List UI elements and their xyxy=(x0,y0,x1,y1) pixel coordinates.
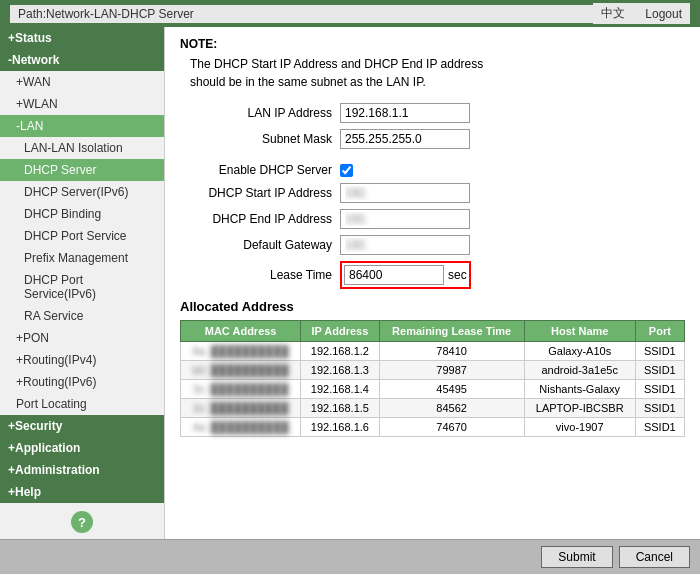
cancel-button[interactable]: Cancel xyxy=(619,546,690,568)
cell-lease: 45495 xyxy=(379,380,524,399)
lease-time-label: Lease Time xyxy=(180,268,340,282)
allocated-title: Allocated Address xyxy=(180,299,685,314)
sidebar-item-dhcp-port-service[interactable]: DHCP Port Service xyxy=(0,225,164,247)
table-row: 8a: ██████████192.168.1.278410Galaxy-A10… xyxy=(181,342,685,361)
lease-time-unit: sec xyxy=(448,268,467,282)
sidebar-item-administration[interactable]: +Administration xyxy=(0,459,164,481)
lan-ip-label: LAN IP Address xyxy=(180,106,340,120)
sidebar: +Status -Network +WAN +WLAN -LAN LAN-LAN… xyxy=(0,27,165,539)
cell-lease: 84562 xyxy=(379,399,524,418)
sidebar-footer: ? xyxy=(0,503,164,539)
allocated-table: MAC Address IP Address Remaining Lease T… xyxy=(180,320,685,437)
sidebar-item-pon[interactable]: +PON xyxy=(0,327,164,349)
table-row: b0: ██████████192.168.1.379987android-3a… xyxy=(181,361,685,380)
sidebar-item-prefix-management[interactable]: Prefix Management xyxy=(0,247,164,269)
cell-ip: 192.168.1.3 xyxy=(301,361,379,380)
lan-ip-row: LAN IP Address xyxy=(180,103,685,123)
cell-port: SSID1 xyxy=(635,361,684,380)
col-ip: IP Address xyxy=(301,321,379,342)
col-host: Host Name xyxy=(524,321,635,342)
lease-time-highlight: sec xyxy=(340,261,471,289)
enable-dhcp-row: Enable DHCP Server xyxy=(180,163,685,177)
cell-mac: 8a: ██████████ xyxy=(181,342,301,361)
subnet-mask-row: Subnet Mask xyxy=(180,129,685,149)
sidebar-item-help[interactable]: +Help xyxy=(0,481,164,503)
sidebar-item-wlan[interactable]: +WLAN xyxy=(0,93,164,115)
sidebar-item-dhcp-binding[interactable]: DHCP Binding xyxy=(0,203,164,225)
dhcp-end-label: DHCP End IP Address xyxy=(180,212,340,226)
sidebar-item-security[interactable]: +Security xyxy=(0,415,164,437)
form-section: LAN IP Address Subnet Mask Enable DHCP S… xyxy=(180,103,685,289)
cell-host: Nishants-Galaxy xyxy=(524,380,635,399)
default-gateway-row: Default Gateway xyxy=(180,235,685,255)
col-port: Port xyxy=(635,321,684,342)
language-switch[interactable]: 中文 xyxy=(601,5,625,22)
cell-port: SSID1 xyxy=(635,399,684,418)
allocated-section: Allocated Address MAC Address IP Address… xyxy=(180,299,685,437)
cell-ip: 192.168.1.2 xyxy=(301,342,379,361)
sidebar-item-network[interactable]: -Network xyxy=(0,49,164,71)
submit-button[interactable]: Submit xyxy=(541,546,612,568)
cell-lease: 78410 xyxy=(379,342,524,361)
enable-dhcp-label: Enable DHCP Server xyxy=(180,163,340,177)
sidebar-item-status[interactable]: +Status xyxy=(0,27,164,49)
sidebar-item-application[interactable]: +Application xyxy=(0,437,164,459)
sidebar-item-dhcp-server-ipv6[interactable]: DHCP Server(IPv6) xyxy=(0,181,164,203)
sidebar-item-dhcp-server[interactable]: DHCP Server xyxy=(0,159,164,181)
enable-dhcp-checkbox[interactable] xyxy=(340,164,353,177)
cell-host: Galaxy-A10s xyxy=(524,342,635,361)
note-line1: The DHCP Start IP Address and DHCP End I… xyxy=(190,55,685,91)
bottom-bar: Submit Cancel xyxy=(0,539,700,574)
cell-ip: 192.168.1.5 xyxy=(301,399,379,418)
sidebar-item-lan-isolation[interactable]: LAN-LAN Isolation xyxy=(0,137,164,159)
note-box: NOTE: The DHCP Start IP Address and DHCP… xyxy=(180,37,685,91)
subnet-mask-label: Subnet Mask xyxy=(180,132,340,146)
logout-link[interactable]: Logout xyxy=(645,7,682,21)
col-mac: MAC Address xyxy=(181,321,301,342)
dhcp-end-input[interactable] xyxy=(340,209,470,229)
subnet-mask-input[interactable] xyxy=(340,129,470,149)
cell-host: LAPTOP-IBCSBR xyxy=(524,399,635,418)
col-lease: Remaining Lease Time xyxy=(379,321,524,342)
app-container: Path:Network-LAN-DHCP Server 中文 Logout +… xyxy=(0,0,700,574)
default-gateway-label: Default Gateway xyxy=(180,238,340,252)
cell-host: android-3a1e5c xyxy=(524,361,635,380)
sidebar-item-lan[interactable]: -LAN xyxy=(0,115,164,137)
cell-mac: b0: ██████████ xyxy=(181,361,301,380)
lan-ip-input[interactable] xyxy=(340,103,470,123)
cell-mac: 3c: ██████████ xyxy=(181,399,301,418)
table-row: 3c: ██████████192.168.1.584562LAPTOP-IBC… xyxy=(181,399,685,418)
help-button[interactable]: ? xyxy=(71,511,93,533)
note-title: NOTE: xyxy=(180,37,685,51)
top-bar-right: 中文 Logout xyxy=(593,3,690,24)
sidebar-item-routing-ipv4[interactable]: +Routing(IPv4) xyxy=(0,349,164,371)
cell-port: SSID1 xyxy=(635,342,684,361)
sidebar-item-wan[interactable]: +WAN xyxy=(0,71,164,93)
main-layout: +Status -Network +WAN +WLAN -LAN LAN-LAN… xyxy=(0,27,700,539)
table-row: 3c: ██████████192.168.1.445495Nishants-G… xyxy=(181,380,685,399)
lease-time-input[interactable] xyxy=(344,265,444,285)
lease-time-row: Lease Time sec xyxy=(180,261,685,289)
sidebar-item-ra-service[interactable]: RA Service xyxy=(0,305,164,327)
cell-lease: 79987 xyxy=(379,361,524,380)
table-row: 4a: ██████████192.168.1.674670vivo-1907S… xyxy=(181,418,685,437)
cell-mac: 4a: ██████████ xyxy=(181,418,301,437)
table-header-row: MAC Address IP Address Remaining Lease T… xyxy=(181,321,685,342)
cell-lease: 74670 xyxy=(379,418,524,437)
dhcp-end-row: DHCP End IP Address xyxy=(180,209,685,229)
cell-port: SSID1 xyxy=(635,380,684,399)
dhcp-start-row: DHCP Start IP Address xyxy=(180,183,685,203)
cell-ip: 192.168.1.4 xyxy=(301,380,379,399)
top-bar: Path:Network-LAN-DHCP Server 中文 Logout xyxy=(0,0,700,27)
cell-mac: 3c: ██████████ xyxy=(181,380,301,399)
dhcp-start-label: DHCP Start IP Address xyxy=(180,186,340,200)
sidebar-item-dhcp-port-ipv6[interactable]: DHCP Port Service(IPv6) xyxy=(0,269,164,305)
cell-host: vivo-1907 xyxy=(524,418,635,437)
content-area: NOTE: The DHCP Start IP Address and DHCP… xyxy=(165,27,700,539)
breadcrumb: Path:Network-LAN-DHCP Server xyxy=(10,5,593,23)
sidebar-item-port-locating[interactable]: Port Locating xyxy=(0,393,164,415)
sidebar-item-routing-ipv6[interactable]: +Routing(IPv6) xyxy=(0,371,164,393)
cell-port: SSID1 xyxy=(635,418,684,437)
dhcp-start-input[interactable] xyxy=(340,183,470,203)
default-gateway-input[interactable] xyxy=(340,235,470,255)
